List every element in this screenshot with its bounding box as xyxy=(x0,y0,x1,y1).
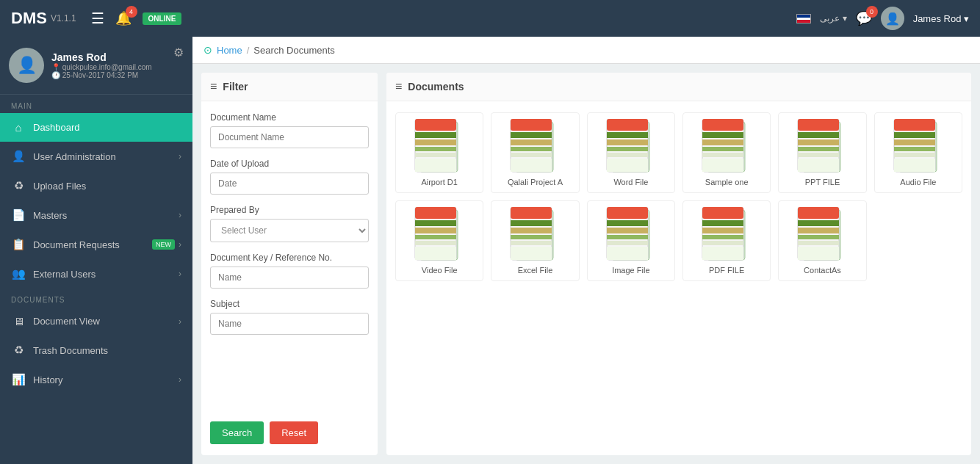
upload-icon: ♻ xyxy=(11,179,26,192)
doc-item-video-file[interactable]: Video File xyxy=(395,200,483,281)
svg-rect-79 xyxy=(607,241,648,245)
svg-rect-14 xyxy=(511,139,552,145)
doc-item-word-file[interactable]: Word File xyxy=(587,112,675,193)
sidebar-item-masters[interactable]: 📄 Masters › xyxy=(0,200,192,230)
chat-button[interactable]: 💬 0 xyxy=(856,10,872,26)
svg-rect-75 xyxy=(607,207,648,219)
chevron-right-icon: › xyxy=(179,239,181,250)
doc-item-airport-d1[interactable]: Airport D1 xyxy=(395,112,483,193)
svg-rect-42 xyxy=(798,147,839,151)
notifications-button[interactable]: 🔔 4 xyxy=(115,10,131,26)
svg-rect-33 xyxy=(702,147,743,151)
svg-rect-25 xyxy=(607,153,648,157)
external-users-icon: 👥 xyxy=(11,267,26,280)
sidebar-item-history[interactable]: 📊 History › xyxy=(0,365,192,394)
username-label[interactable]: James Rod ▾ xyxy=(913,13,969,24)
sidebar-item-label: Document View xyxy=(33,316,179,327)
svg-rect-52 xyxy=(894,153,935,157)
filter-field-prepared: Prepared By Select User xyxy=(210,205,369,242)
svg-rect-59 xyxy=(415,228,456,233)
svg-rect-34 xyxy=(702,153,743,157)
doc-key-input[interactable] xyxy=(210,267,369,289)
svg-rect-67 xyxy=(511,220,552,226)
document-icon xyxy=(414,207,465,266)
svg-rect-94 xyxy=(798,220,839,226)
doc-item-sample-one[interactable]: Sample one xyxy=(682,112,771,193)
doc-item-pdf-file[interactable]: PDF FILE xyxy=(682,200,771,281)
doc-item-qalali-project-a[interactable]: Qalali Project A xyxy=(491,112,579,193)
doc-label: ContactAs xyxy=(804,266,841,275)
sidebar-item-user-admin[interactable]: 👤 User Administration › xyxy=(0,142,192,171)
menu-icon: ≡ xyxy=(210,80,217,93)
svg-rect-77 xyxy=(607,228,648,233)
sidebar-user-info: 👤 James Rod 📍 quickpulse.info@gmail.com … xyxy=(0,37,192,95)
svg-rect-80 xyxy=(607,247,648,260)
filter-label-dockey: Document Key / Reference No. xyxy=(210,253,369,263)
doc-label: Image File xyxy=(612,266,649,275)
breadcrumb-separator: / xyxy=(247,45,250,56)
doc-item-excel-file[interactable]: Excel File xyxy=(491,200,579,281)
svg-rect-31 xyxy=(702,132,743,138)
docs-panel-header: ≡ Documents xyxy=(386,73,971,101)
app-logo: DMS xyxy=(11,9,47,28)
new-badge: NEW xyxy=(152,239,175,250)
svg-rect-98 xyxy=(798,247,839,260)
sidebar-item-upload-files[interactable]: ♻ Upload Files xyxy=(0,171,192,200)
doc-requests-icon: 📋 xyxy=(11,238,26,251)
document-icon xyxy=(701,207,752,266)
doc-label: Video File xyxy=(422,266,458,275)
prepared-by-select[interactable]: Select User xyxy=(210,219,369,242)
doc-item-audio-file[interactable]: Audio File xyxy=(874,112,962,193)
chevron-right-icon: › xyxy=(179,374,181,385)
svg-rect-84 xyxy=(702,207,743,219)
main-layout: 👤 James Rod 📍 quickpulse.info@gmail.com … xyxy=(0,37,980,464)
filter-label-subject: Subject xyxy=(210,299,369,309)
search-button[interactable]: Search xyxy=(210,421,264,444)
sidebar-item-doc-requests[interactable]: 📋 Document Requests NEW › xyxy=(0,230,192,259)
content-body: ≡ Filter Document Name Date of Upload Pr… xyxy=(192,64,980,464)
svg-rect-51 xyxy=(894,147,935,151)
masters-icon: 📄 xyxy=(11,209,26,222)
svg-rect-96 xyxy=(798,235,839,239)
sidebar-item-label: Document Requests xyxy=(33,239,152,250)
sidebar-item-document-view[interactable]: 🖥 Document View › xyxy=(0,307,192,336)
sidebar-item-dashboard[interactable]: ⌂ Dashboard xyxy=(0,113,192,142)
chevron-right-icon: › xyxy=(179,269,181,279)
svg-rect-62 xyxy=(415,247,456,260)
hamburger-button[interactable]: ☰ xyxy=(91,10,104,27)
doc-item-ppt-file[interactable]: PPT FILE xyxy=(778,112,866,193)
settings-icon[interactable]: ⚙ xyxy=(173,46,184,59)
svg-rect-41 xyxy=(798,139,839,145)
svg-rect-43 xyxy=(798,153,839,157)
app-version: V1.1.1 xyxy=(51,13,76,23)
svg-rect-93 xyxy=(798,207,839,219)
sidebar-item-label: Upload Files xyxy=(33,181,181,192)
svg-rect-15 xyxy=(511,147,552,151)
svg-rect-13 xyxy=(511,132,552,138)
sidebar-item-trash-documents[interactable]: ♻ Trash Documents xyxy=(0,336,192,365)
sidebar-item-external-users[interactable]: 👥 External Users › xyxy=(0,259,192,289)
svg-rect-68 xyxy=(511,228,552,233)
doc-item-contact-as[interactable]: ContactAs xyxy=(778,200,866,281)
flag-icon xyxy=(796,14,811,23)
svg-rect-49 xyxy=(894,132,935,138)
subject-input[interactable] xyxy=(210,313,369,335)
reset-button[interactable]: Reset xyxy=(270,421,318,444)
document-icon xyxy=(893,119,944,178)
filter-field-subject: Subject xyxy=(210,299,369,335)
lang-selector[interactable]: عربى ▾ xyxy=(820,13,846,23)
doc-name-input[interactable] xyxy=(210,126,369,148)
svg-rect-61 xyxy=(415,241,456,245)
topnav: DMS V1.1.1 ☰ 🔔 4 ONLINE عربى ▾ 💬 0 👤 Jam… xyxy=(0,0,980,37)
svg-rect-12 xyxy=(511,119,552,131)
svg-rect-35 xyxy=(702,159,743,172)
sidebar-item-label: Masters xyxy=(33,210,179,221)
doc-item-image-file[interactable]: Image File xyxy=(587,200,675,281)
document-icon xyxy=(796,207,848,266)
document-icon xyxy=(414,119,465,178)
breadcrumb-home-link[interactable]: Home xyxy=(217,45,242,56)
sidebar-date: 🕐 25-Nov-2017 04:32 PM xyxy=(51,71,184,79)
doc-label: Word File xyxy=(613,178,648,186)
date-upload-input[interactable] xyxy=(210,173,369,195)
breadcrumb: ⊙ Home / Search Documents xyxy=(192,37,980,64)
